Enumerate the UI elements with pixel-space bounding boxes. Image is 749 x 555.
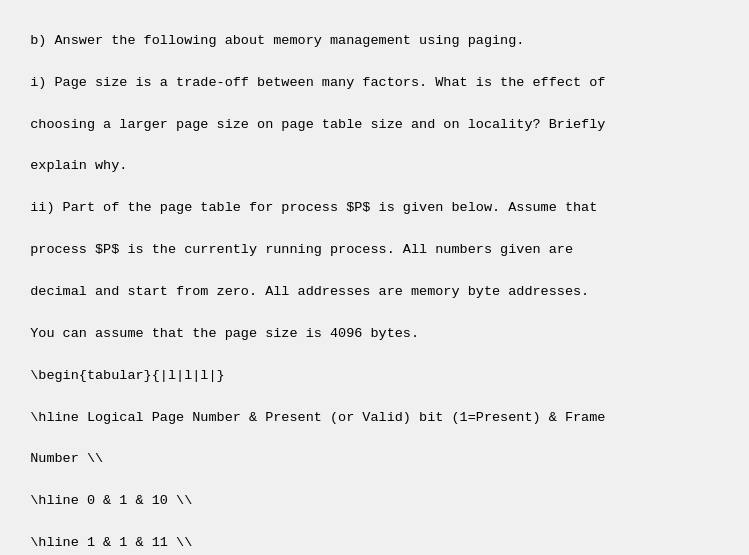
line-3: choosing a larger page size on page tabl… bbox=[30, 117, 605, 132]
line-4: explain why. bbox=[30, 158, 127, 173]
line-11: Number \\ bbox=[30, 451, 103, 466]
line-6: process $P$ is the currently running pro… bbox=[30, 242, 573, 257]
line-10: \hline Logical Page Number & Present (or… bbox=[30, 410, 605, 425]
editor-content[interactable]: b) Answer the following about memory man… bbox=[0, 0, 749, 555]
line-9: \begin{tabular}{|l|l|l|} bbox=[30, 368, 224, 383]
line-7: decimal and start from zero. All address… bbox=[30, 284, 589, 299]
line-12: \hline 0 & 1 & 10 \\ bbox=[30, 493, 192, 508]
line-8: You can assume that the page size is 409… bbox=[30, 326, 419, 341]
line-5: ii) Part of the page table for process $… bbox=[30, 200, 597, 215]
line-1: b) Answer the following about memory man… bbox=[30, 33, 524, 48]
line-13: \hline 1 & 1 & 11 \\ bbox=[30, 535, 192, 550]
line-2: i) Page size is a trade-off between many… bbox=[30, 75, 605, 90]
